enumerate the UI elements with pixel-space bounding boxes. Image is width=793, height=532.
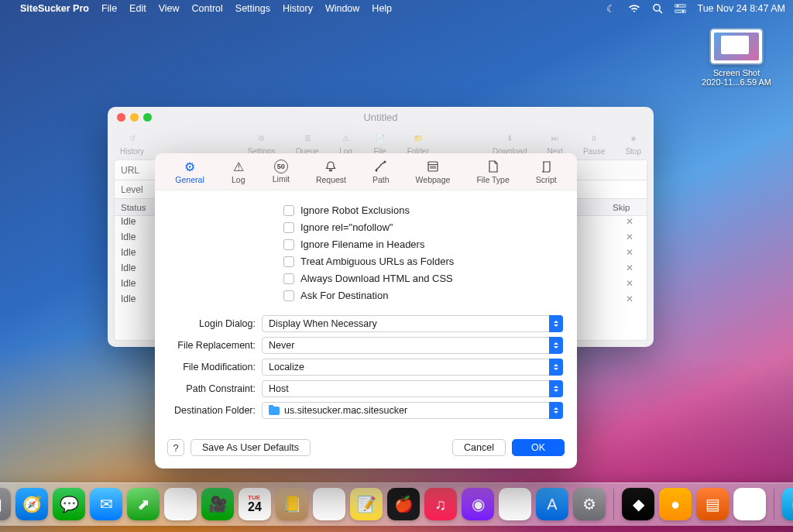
dock-podcasts[interactable]: ◉ (462, 488, 494, 520)
wifi-icon[interactable] (628, 2, 640, 15)
tab-path[interactable]: Path (368, 156, 394, 187)
status-header: Status (115, 199, 161, 215)
dock-system-preferences[interactable]: ⚙ (573, 488, 606, 520)
toolbar-log[interactable]: ⚠Log (339, 132, 353, 156)
dock-app-a[interactable]: ◆ (622, 488, 654, 520)
menu-help[interactable]: Help (372, 3, 392, 14)
gear-icon: ⚙ (182, 159, 197, 174)
dock-notes[interactable]: 📝 (350, 488, 383, 520)
svg-point-5 (682, 10, 684, 12)
spotlight-icon[interactable] (651, 2, 664, 15)
svg-rect-2 (675, 5, 686, 7)
menu-control[interactable]: Control (192, 3, 223, 14)
checkbox[interactable] (283, 239, 294, 250)
dock-reminders[interactable]: ☰ (313, 488, 345, 520)
file-modification-select[interactable]: Localize (262, 359, 563, 376)
desktop-screenshot-file[interactable]: Screen Shot 2020-11...6.59 AM (702, 29, 771, 87)
dock-launchpad[interactable]: ▦ (0, 488, 11, 520)
toolbar-pause[interactable]: ⏸Pause (583, 132, 605, 156)
tab-limit[interactable]: 50Limit (268, 156, 294, 187)
check-always-download[interactable]: Always Download HTML and CSS (283, 273, 563, 284)
tab-general[interactable]: ⚙General (170, 156, 208, 187)
toolbar-folder[interactable]: 📁Folder (407, 132, 429, 156)
dock-facetime[interactable]: 🎥 (201, 488, 234, 520)
skip-icon[interactable]: ✕ (613, 232, 647, 247)
checkbox[interactable] (283, 290, 294, 301)
checkbox[interactable] (283, 273, 294, 284)
chevron-updown-icon (549, 380, 563, 397)
tab-filetype[interactable]: File Type (472, 156, 513, 187)
menu-window[interactable]: Window (325, 3, 359, 14)
toolbar-queue[interactable]: ≣Queue (296, 132, 319, 156)
window-close-button[interactable] (117, 113, 125, 122)
window-minimize-button[interactable] (130, 113, 139, 122)
checkbox[interactable] (283, 256, 294, 267)
toolbar-next[interactable]: ⏭Next (548, 132, 564, 156)
skip-icon[interactable]: ✕ (613, 247, 647, 263)
dock-sitesucker[interactable]: ◡ (733, 488, 766, 520)
webpage-icon (425, 159, 441, 174)
menu-file[interactable]: File (101, 3, 117, 14)
checkbox[interactable] (283, 222, 294, 233)
skip-icon[interactable]: ✕ (613, 216, 647, 232)
dock-news[interactable]: N (499, 488, 531, 520)
folder-icon (269, 407, 280, 415)
toolbar-settings[interactable]: ⚙Settings (247, 132, 275, 156)
settings-sheet: ⚙General ⚠Log 50Limit Request Path Webpa… (155, 153, 577, 469)
check-ask-destination[interactable]: Ask For Destination (283, 290, 563, 301)
dock-appstore[interactable]: A (536, 488, 568, 520)
app-name-menu[interactable]: SiteSucker Pro (20, 3, 89, 14)
tab-request[interactable]: Request (311, 156, 351, 187)
file-replacement-select[interactable]: Never (262, 337, 563, 354)
check-ignore-nofollow[interactable]: Ignore rel="nofollow" (283, 221, 563, 233)
menu-settings[interactable]: Settings (235, 3, 270, 14)
login-dialog-select[interactable]: Display When Necessary (262, 315, 563, 332)
dock: 🙂 ▦ 🧭 💬 ✉ ⬈ ✿ 🎥 TUE24 📒 ☰ 📝 🍎 ♫ ◉ N A ⚙ … (0, 482, 793, 526)
menu-edit[interactable]: Edit (129, 3, 146, 14)
toolbar-history[interactable]: ↺History (120, 132, 144, 156)
skip-icon[interactable]: ✕ (613, 278, 647, 293)
destination-folder-select[interactable]: us.sitesucker.mac.sitesucker (262, 402, 563, 419)
path-constraint-select[interactable]: Host (262, 380, 563, 397)
dock-music[interactable]: ♫ (424, 488, 457, 520)
dock-contacts[interactable]: 📒 (276, 488, 308, 520)
checkbox[interactable] (283, 205, 294, 216)
dock-tv[interactable]: 🍎 (387, 488, 420, 520)
chevron-updown-icon (549, 337, 563, 354)
dock-recent-folder[interactable]: ▭ (782, 488, 793, 520)
toolbar-stop[interactable]: ■Stop (625, 132, 641, 156)
window-zoom-button[interactable] (143, 113, 152, 122)
dock-calendar[interactable]: TUE24 (239, 488, 271, 520)
menu-view[interactable]: View (159, 3, 180, 14)
help-button[interactable]: ? (167, 439, 184, 456)
check-ignore-robots[interactable]: Ignore Robot Exclusions (283, 204, 563, 216)
svg-point-7 (383, 161, 386, 163)
url-label: URL (115, 165, 156, 176)
tab-log[interactable]: ⚠Log (226, 156, 251, 187)
do-not-disturb-icon[interactable]: ☾ (605, 2, 617, 15)
menubar-clock[interactable]: Tue Nov 24 8:47 AM (698, 3, 786, 14)
path-icon (373, 159, 389, 174)
tab-webpage[interactable]: Webpage (411, 156, 455, 187)
check-ignore-filename[interactable]: Ignore Filename in Headers (283, 239, 563, 250)
dock-mail[interactable]: ✉ (90, 488, 122, 520)
menu-history[interactable]: History (283, 3, 313, 14)
toolbar-download[interactable]: ⬇Download (493, 132, 527, 156)
dock-app-b[interactable]: ● (659, 488, 692, 520)
toolbar-file[interactable]: 📄File (373, 132, 387, 156)
dock-safari[interactable]: 🧭 (15, 488, 48, 520)
dock-app-c[interactable]: ▤ (696, 488, 729, 520)
dock-photos[interactable]: ✿ (164, 488, 197, 520)
skip-icon[interactable]: ✕ (613, 263, 647, 278)
save-as-defaults-button[interactable]: Save As User Defaults (191, 439, 311, 456)
skip-icon[interactable]: ✕ (613, 293, 647, 309)
dock-maps[interactable]: ⬈ (127, 488, 160, 520)
control-center-icon[interactable] (675, 2, 687, 15)
svg-point-3 (677, 5, 678, 6)
check-ambiguous-urls[interactable]: Treat Ambiguous URLs as Folders (283, 256, 563, 267)
svg-line-1 (659, 10, 662, 13)
tab-script[interactable]: Script (531, 156, 561, 187)
cancel-button[interactable]: Cancel (452, 439, 506, 456)
ok-button[interactable]: OK (512, 439, 565, 456)
dock-messages[interactable]: 💬 (53, 488, 85, 520)
